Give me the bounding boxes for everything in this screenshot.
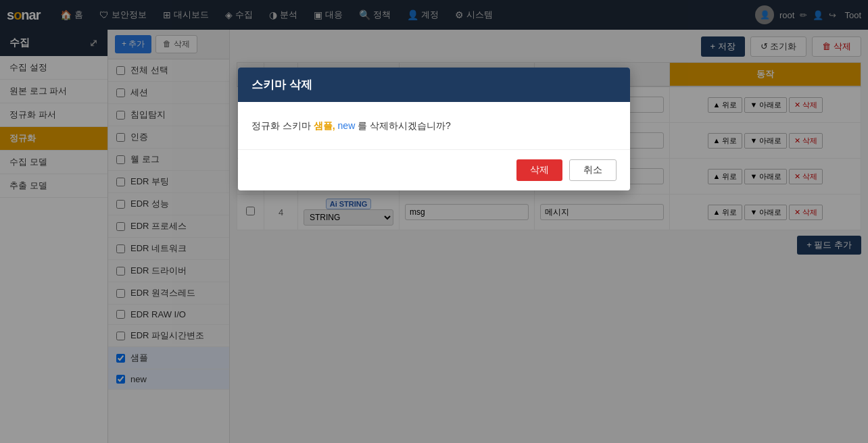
delete-schema-modal: 스키마 삭제 정규화 스키마 샘플, new 를 삭제하시겠습니까? 삭제 취소 bbox=[238, 68, 630, 190]
modal-highlight2: new bbox=[338, 120, 356, 131]
modal-body: 정규화 스키마 샘플, new 를 삭제하시겠습니까? bbox=[238, 102, 630, 149]
modal-cancel-button[interactable]: 취소 bbox=[569, 159, 617, 181]
modal-footer: 삭제 취소 bbox=[238, 149, 630, 190]
modal-highlight1: 샘플, bbox=[314, 120, 335, 131]
modal-header: 스키마 삭제 bbox=[238, 68, 630, 102]
modal-overlay[interactable]: 스키마 삭제 정규화 스키마 샘플, new 를 삭제하시겠습니까? 삭제 취소 bbox=[0, 0, 868, 443]
modal-confirm-button[interactable]: 삭제 bbox=[516, 159, 562, 181]
modal-title: 스키마 삭제 bbox=[251, 78, 312, 91]
